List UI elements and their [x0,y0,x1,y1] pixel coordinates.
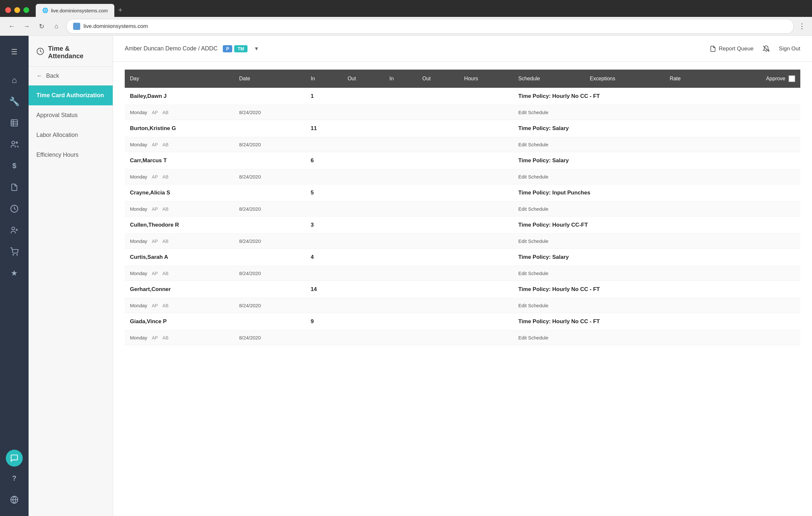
sidebar-icon-tools[interactable]: 🔧 [4,92,24,111]
home-nav-button[interactable]: ⌂ [51,21,62,31]
col-date: Date [234,70,305,88]
time-clock-icon [36,48,44,57]
nav-module-title: Time & Attendance [48,45,105,60]
employee-id: 4 [306,249,343,266]
table-row: Bailey,Dawn J 1 Time Policy: Hourly No C… [125,88,800,105]
minimize-button[interactable] [14,7,20,13]
sidebar-globe-icon[interactable] [4,490,24,510]
sub-labels: Monday APAB [130,142,229,147]
svg-point-5 [16,142,17,143]
edit-schedule-link[interactable]: Edit Schedule [513,137,800,152]
sub-labels: Monday APAB [130,206,229,212]
sub-day: Monday [130,110,147,115]
forward-nav-button[interactable]: → [22,21,32,31]
sub-label: AB [163,239,169,244]
edit-schedule-link[interactable]: Edit Schedule [513,234,800,249]
table-row: Curtis,Sarah A 4 Time Policy: Salary [125,249,800,266]
sidebar-icon-clock[interactable] [4,199,24,218]
nav-items: Time Card Authorization Approval Status … [29,85,113,165]
sidebar-icon-hamburger[interactable]: ☰ [4,42,24,62]
sub-date: 8/24/2020 [234,298,305,313]
sub-labels: Monday APAB [130,174,229,180]
sub-day: Monday [130,142,147,147]
edit-schedule-link[interactable]: Edit Schedule [513,266,800,281]
reload-button[interactable]: ↻ [36,21,47,31]
sidebar-icon-people[interactable] [4,135,24,154]
sub-label: AB [163,271,169,276]
sidebar-icon-cart[interactable] [4,242,24,262]
sidebar-icon-home[interactable]: ⌂ [4,70,24,90]
table-sub-row: Monday APAB 8/24/2020 Edit Schedule [125,266,800,281]
employee-name[interactable]: Burton,Kristine G [125,120,306,137]
employee-id: 14 [306,281,343,298]
sub-label: AB [163,142,169,147]
employee-id: 3 [306,217,343,234]
sidebar-icon-table[interactable] [4,113,24,133]
edit-schedule-link[interactable]: Edit Schedule [513,105,800,120]
address-bar: ← → ↻ ⌂ live.dominionsystems.com ⋮ [0,17,812,36]
col-out-2: Out [417,70,459,88]
approve-all-checkbox[interactable] [789,76,795,82]
sub-labels: Monday APAB [130,303,229,308]
sidebar-icon-add-person[interactable] [4,220,24,240]
table-body: Bailey,Dawn J 1 Time Policy: Hourly No C… [125,88,800,345]
col-day: Day [125,70,234,88]
employee-name[interactable]: Cullen,Theodore R [125,217,306,234]
time-policy: Time Policy: Hourly CC-FT [513,217,800,234]
browser-chrome: 🌐 live.dominionsystems.com + ← → ↻ ⌂ liv… [0,0,812,36]
svg-point-11 [17,254,18,255]
edit-schedule-link[interactable]: Edit Schedule [513,330,800,345]
sub-day: Monday [130,206,147,212]
sidebar-help-icon[interactable]: ? [4,468,24,488]
back-nav-button[interactable]: ← [6,21,17,31]
svg-point-10 [13,254,13,255]
new-tab-button[interactable]: + [114,6,126,17]
sidebar-chat-avatar[interactable] [6,450,23,467]
tab-label: live.dominionsystems.com [51,8,108,13]
sign-out-button[interactable]: Sign Out [779,46,800,52]
close-button[interactable] [5,7,11,13]
active-tab[interactable]: 🌐 live.dominionsystems.com [36,4,114,17]
edit-schedule-link[interactable]: Edit Schedule [513,201,800,217]
employee-name[interactable]: Curtis,Sarah A [125,249,306,266]
col-in-2: In [384,70,417,88]
employee-name[interactable]: Giada,Vince P [125,313,306,330]
breadcrumb: Amber Duncan Demo Code / ADDC P TM ▼ [125,45,259,52]
sub-label: AP [152,303,158,308]
address-input[interactable]: live.dominionsystems.com [66,19,794,34]
sidebar-icon-dollar[interactable]: $ [4,156,24,175]
sub-label: AP [152,207,158,212]
employee-name[interactable]: Bailey,Dawn J [125,88,306,105]
sub-labels: Monday APAB [130,110,229,115]
employee-id: 5 [306,184,343,201]
sidebar-icon-star[interactable]: ★ [4,263,24,283]
sidebar-icon-document[interactable] [4,178,24,197]
report-queue-button[interactable]: Report Queue [710,46,754,52]
site-favicon [73,23,80,30]
edit-schedule-link[interactable]: Edit Schedule [513,169,800,184]
notification-bell-button[interactable] [763,45,770,52]
time-policy: Time Policy: Hourly No CC - FT [513,281,800,298]
col-hours: Hours [459,70,513,88]
maximize-button[interactable] [23,7,29,13]
nav-item-labor-allocation[interactable]: Labor Allocation [29,125,113,145]
table-sub-row: Monday APAB 8/24/2020 Edit Schedule [125,234,800,249]
edit-schedule-link[interactable]: Edit Schedule [513,298,800,313]
browser-menu-button[interactable]: ⋮ [799,22,806,31]
nav-item-approval-status[interactable]: Approval Status [29,105,113,125]
table-sub-row: Monday APAB 8/24/2020 Edit Schedule [125,105,800,120]
nav-item-efficiency-hours[interactable]: Efficiency Hours [29,145,113,165]
table-row: Carr,Marcus T 6 Time Policy: Salary [125,152,800,169]
back-button[interactable]: ← Back [29,67,113,85]
employee-name[interactable]: Gerhart,Conner [125,281,306,298]
sub-day: Monday [130,271,147,276]
employee-name[interactable]: Carr,Marcus T [125,152,306,169]
address-text: live.dominionsystems.com [84,23,148,30]
employee-name[interactable]: Crayne,Alicia S [125,184,306,201]
badge-group: P TM [223,45,248,52]
breadcrumb-dropdown-icon[interactable]: ▼ [254,46,259,52]
svg-rect-0 [11,120,18,126]
svg-point-4 [12,141,14,144]
nav-item-time-card-auth[interactable]: Time Card Authorization [29,85,113,105]
sub-label: AB [163,110,169,115]
